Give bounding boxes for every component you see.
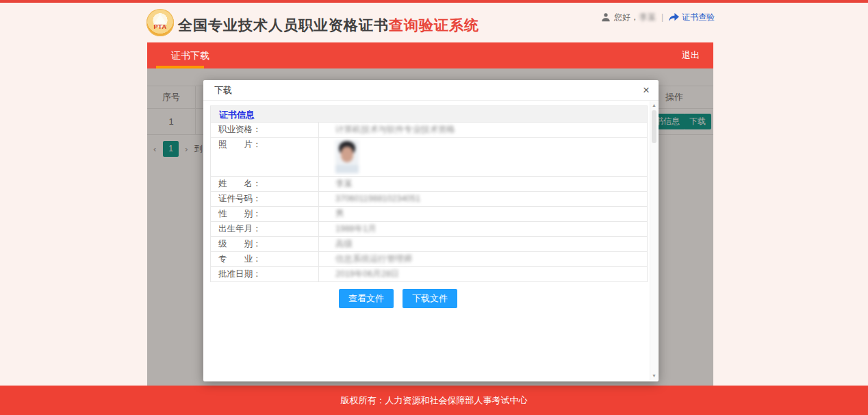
field-value: 计算机技术与软件专业技术资格 [319,123,647,137]
photo-shirt [335,165,359,173]
separator: | [661,12,663,22]
field-value-text: 370601198810234051 [335,194,420,203]
scrollbar-thumb[interactable] [652,110,656,143]
field-value: 信息系统运行管理师 [319,252,647,266]
modal-header[interactable]: 下载 × [203,80,659,101]
modal-title: 下载 [214,80,232,101]
field-label: 姓 名： [211,177,319,191]
field-value: 1988年1月 [319,222,647,236]
field-label: 专 业： [211,252,319,266]
field-label: 照 片： [211,138,319,176]
field-label: 级 别： [211,237,319,251]
verify-link-label: 证书查验 [682,12,715,23]
field-value: 男 [319,207,647,221]
portrait-photo [335,140,359,173]
page-title-accent: 查询验证系统 [389,17,479,33]
user-bar: 您好， 李某 | 证书查验 [601,11,715,23]
photo-face [341,147,353,162]
download-file-button[interactable]: 下载文件 [403,289,457,308]
certificate-field-row: 姓 名： 李某 [211,177,647,192]
field-value: 2019年06月28日 [319,267,647,281]
field-value: 高级 [319,237,647,251]
certificate-field-row: 职业资格： 计算机技术与软件专业技术资格 [211,123,647,138]
page-title: 全国专业技术人员职业资格证书查询验证系统 [178,16,479,35]
field-label: 证件号码： [211,192,319,206]
field-value-text: 计算机技术与软件专业技术资格 [335,125,455,134]
certificate-field-row: 级 别： 高级 [211,237,647,252]
field-value: 370601198810234051 [319,192,647,206]
logout-button[interactable]: 退出 [682,42,700,68]
tab-certificate-download[interactable]: 证书下载 [156,42,225,68]
modal-actions: 查看文件 下载文件 [210,289,648,308]
scrollbar-down-icon[interactable]: ▼ [650,373,658,379]
field-label: 出生年月： [211,222,319,236]
certificate-field-row: 照 片： [211,138,647,177]
user-icon [601,12,611,22]
field-value-text: 李某 [335,179,353,188]
certificate-field-row: 批准日期： 2019年06月28日 [211,267,647,281]
field-value: 李某 [319,177,647,191]
certificate-verify-link[interactable]: 证书查验 [669,12,715,23]
field-label: 批准日期： [211,267,319,281]
logo-text: PTA [146,23,174,30]
certificate-field-row: 专 业： 信息系统运行管理师 [211,252,647,267]
field-label: 性 别： [211,207,319,221]
scrollbar-up-icon[interactable]: ▲ [650,102,658,109]
main-navbar: 证书下载 退出 [147,42,713,68]
modal-scrollbar[interactable]: ▲ ▼ [650,101,658,380]
greeting-text: 您好， [614,12,639,23]
close-icon[interactable]: × [643,80,650,101]
download-modal: 下载 × 证书信息 职业资格： 计算机技术与软件专业技术资格 照 片： 姓 名：… [203,80,659,381]
pta-logo: PTA [146,9,174,36]
page-title-main: 全国专业技术人员职业资格证书 [178,17,389,33]
certificate-field-row: 出生年月： 1988年1月 [211,222,647,237]
field-value [319,138,647,176]
field-value-text: 男 [335,209,344,218]
field-value-text: 2019年06月28日 [335,269,399,279]
certificate-info-section-title: 证书信息 [210,105,648,123]
certificate-field-row: 证件号码： 370601198810234051 [211,192,647,207]
certificate-field-row: 性 别： 男 [211,207,647,222]
view-file-button[interactable]: 查看文件 [339,289,394,308]
share-arrow-icon [669,13,679,22]
certificate-info-table: 职业资格： 计算机技术与软件专业技术资格 照 片： 姓 名： 李某 证件号码： … [210,123,648,282]
modal-body: 证书信息 职业资格： 计算机技术与软件专业技术资格 照 片： 姓 名： 李某 证… [210,101,648,381]
field-label: 职业资格： [211,123,319,137]
footer-copyright: 版权所有：人力资源和社会保障部人事考试中心 [0,386,868,415]
field-value-text: 高级 [335,239,353,249]
field-value-text: 信息系统运行管理师 [335,254,413,264]
username: 李某 [639,12,656,23]
top-red-strip [0,0,868,3]
field-value-text: 1988年1月 [335,224,376,234]
